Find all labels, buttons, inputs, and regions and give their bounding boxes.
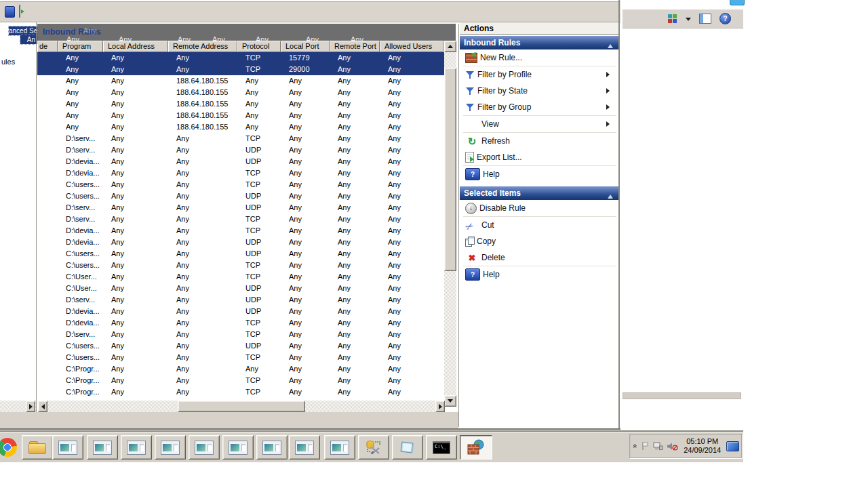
table-cell: Any [58, 87, 103, 98]
table-row[interactable]: AnyAny188.64.180.155AnyAnyAnyAny [37, 87, 444, 98]
dropdown-arrow-icon[interactable] [686, 18, 691, 24]
console-window-icon[interactable] [19, 5, 20, 18]
table-cell: TCP [237, 133, 281, 144]
taskbar-button-app-window-1[interactable] [52, 435, 83, 460]
taskbar-button-app-window-7[interactable] [256, 435, 288, 460]
taskbar-button-app-window-9[interactable] [324, 435, 355, 460]
background-window-button[interactable] [730, 0, 745, 5]
column-header-remote-address[interactable]: Remote Address [168, 41, 237, 52]
tree-item-inbound-rules[interactable]: ules [1, 58, 15, 66]
table-row[interactable]: AnyAny188.64.180.155AnyAnyAnyAny [37, 98, 444, 110]
action-view[interactable]: View [460, 116, 618, 132]
table-row[interactable]: D:\serv...AnyAnyTCPAnyAnyAny [37, 329, 444, 340]
help-icon[interactable] [5, 6, 15, 18]
taskbar-button-app-window-8[interactable] [289, 435, 320, 460]
action-copy[interactable]: Copy [460, 233, 618, 249]
views-grid-icon[interactable] [667, 14, 677, 24]
tree-item-selected-fragment[interactable]: An [20, 35, 37, 44]
action-filter-by-state[interactable]: Filter by State [460, 83, 618, 99]
scroll-right-button[interactable] [435, 401, 445, 412]
table-row[interactable]: AnyAny188.64.180.155AnyAnyAnyAny [37, 75, 444, 87]
scroll-down-button[interactable] [444, 395, 456, 407]
explorer-folder-icon [28, 441, 46, 454]
table-row[interactable]: AnyAnyAnyTCP29000AnyAny [37, 64, 444, 75]
table-row[interactable]: D:\devia...AnyAnyUDPAnyAnyAny [37, 156, 444, 167]
table-row[interactable]: D:\devia...AnyAnyTCPAnyAnyAny [37, 317, 444, 329]
action-filter-by-profile[interactable]: Filter by Profile [460, 66, 618, 83]
vertical-scrollbar-thumb[interactable] [444, 68, 456, 271]
network-icon[interactable] [653, 442, 663, 451]
column-header-local-port[interactable]: Local Port [281, 41, 330, 52]
table-row[interactable]: C:\Progr...AnyAnyTCPAnyAnyAny [37, 386, 444, 398]
background-scrollbar[interactable] [623, 392, 741, 399]
scroll-left-button[interactable] [38, 401, 47, 412]
action-help[interactable]: ?Help [460, 266, 618, 283]
table-row[interactable]: C:\users...AnyAnyTCPAnyAnyAny [37, 179, 444, 190]
submenu-arrow-icon [606, 104, 612, 110]
action-cut[interactable]: ✂Cut [460, 217, 618, 233]
layout-panel-icon[interactable] [699, 14, 711, 24]
table-row[interactable]: AnyAnyAnyTCP15779AnyAny [37, 52, 444, 64]
table-row[interactable]: C:\Progr...AnyAnyAnyAnyAnyAny [37, 363, 444, 375]
taskbar-button-app-window-5[interactable] [189, 435, 220, 460]
flag-icon[interactable] [642, 441, 650, 451]
taskbar-button-notepad[interactable] [392, 435, 423, 460]
ghost-text: Any [256, 36, 269, 41]
table-row[interactable]: AnyAny188.64.180.155AnyAnyAnyAny [37, 110, 444, 121]
table-row[interactable]: C:\User...AnyAnyTCPAnyAnyAny [37, 271, 444, 283]
taskbar-button-admin-tools[interactable] [358, 435, 389, 460]
tray-clock[interactable]: 05:10 PM 24/09/2014 [682, 437, 723, 455]
column-header-program[interactable]: Program [58, 41, 103, 52]
table-row[interactable]: D:\serv...AnyAnyUDPAnyAnyAny [37, 144, 444, 156]
expand-chevron-icon[interactable]: « [631, 443, 639, 449]
taskbar-button-chrome[interactable] [0, 435, 19, 460]
table-row[interactable]: C:\users...AnyAnyUDPAnyAnyAny [37, 248, 444, 260]
table-row[interactable]: C:\Progr...AnyAnyTCPAnyAnyAny [37, 375, 444, 386]
table-row[interactable]: D:\serv...AnyAnyUDPAnyAnyAny [37, 294, 444, 306]
table-row[interactable]: AnyAny188.64.180.155AnyAnyAnyAny [37, 121, 444, 133]
table-row[interactable]: D:\devia...AnyAnyTCPAnyAnyAny [37, 167, 444, 179]
table-row[interactable]: D:\devia...AnyAnyUDPAnyAnyAny [37, 306, 444, 317]
horizontal-scrollbar-thumb[interactable] [178, 401, 305, 412]
action-export-list[interactable]: Export List... [460, 149, 618, 165]
actions-section-header-selected-items[interactable]: Selected Items [460, 186, 618, 200]
action-new-rule[interactable]: New Rule... [460, 49, 618, 66]
table-row[interactable]: C:\User...AnyAnyUDPAnyAnyAny [37, 283, 444, 294]
taskbar-button-command-prompt[interactable]: C:\_ [426, 435, 457, 460]
action-disable-rule[interactable]: ↓Disable Rule [460, 200, 618, 216]
volume-muted-icon[interactable] [667, 442, 678, 451]
column-header-protocol[interactable]: Protocol [237, 41, 281, 52]
table-row[interactable]: D:\serv...AnyAnyTCPAnyAnyAny [37, 214, 444, 225]
taskbar-button-app-window-6[interactable] [222, 435, 254, 460]
table-cell: Any [281, 87, 330, 98]
table-cell: TCP [237, 260, 281, 271]
action-filter-by-group[interactable]: Filter by Group [460, 99, 618, 115]
help-circle-icon[interactable]: ? [719, 13, 731, 24]
action-help[interactable]: ?Help [460, 166, 618, 182]
table-row[interactable]: C:\users...AnyAnyUDPAnyAnyAny [37, 190, 444, 202]
taskbar-button-windows-firewall[interactable] [460, 435, 492, 460]
show-desktop-icon[interactable] [726, 441, 739, 451]
scroll-up-button[interactable] [444, 41, 456, 52]
column-header-de[interactable]: de [37, 41, 58, 52]
column-header-local-address[interactable]: Local Address [103, 41, 168, 52]
table-row[interactable]: C:\users...AnyAnyTCPAnyAnyAny [37, 352, 444, 363]
tree-item-selected[interactable]: anced SeAn [9, 26, 37, 35]
table-row[interactable]: C:\users...AnyAnyUDPAnyAnyAny [37, 340, 444, 352]
taskbar-button-app-window-4[interactable] [155, 435, 186, 460]
column-header-remote-port[interactable]: Remote Port [330, 41, 380, 52]
taskbar-button-app-window-2[interactable] [87, 435, 118, 460]
column-header-allowed-users[interactable]: Allowed Users [380, 41, 443, 52]
taskbar-button-app-window-3[interactable] [121, 435, 152, 460]
tree-scroll-right-button[interactable] [26, 401, 35, 412]
table-row[interactable]: C:\users...AnyAnyTCPAnyAnyAny [37, 260, 444, 271]
table-row[interactable]: D:\serv...AnyAnyUDPAnyAnyAny [37, 202, 444, 214]
action-delete[interactable]: ✖Delete [460, 249, 618, 266]
taskbar-button-explorer[interactable] [22, 435, 53, 460]
table-row[interactable]: D:\devia...AnyAnyTCPAnyAnyAny [37, 225, 444, 237]
action-refresh[interactable]: ↻Refresh [460, 133, 618, 149]
table-row[interactable]: D:\serv...AnyAnyTCPAnyAnyAny [37, 133, 444, 144]
table-cell: Any [103, 237, 168, 248]
table-row[interactable]: D:\devia...AnyAnyUDPAnyAnyAny [37, 237, 444, 248]
actions-section-header-inbound-rules[interactable]: Inbound Rules [460, 36, 618, 49]
